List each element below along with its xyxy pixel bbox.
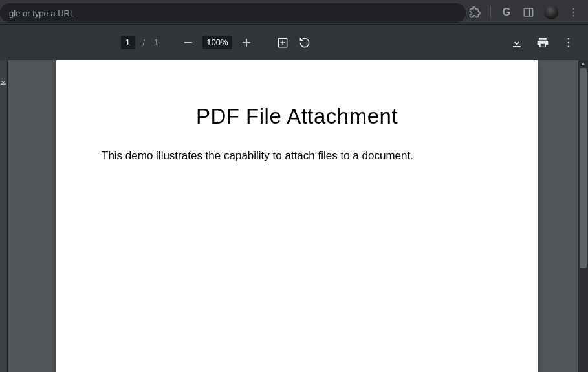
toolbar-center: 1 / 1 100%	[120, 35, 312, 50]
zoom-level[interactable]: 100%	[202, 36, 232, 49]
svg-point-4	[573, 15, 574, 16]
omnibox-placeholder: gle or type a URL	[9, 8, 74, 18]
download-shelf-icon[interactable]	[0, 77, 8, 89]
document-body: This demo illustrates the capability to …	[102, 148, 492, 164]
scrollbar-track[interactable]: ▲	[578, 60, 588, 372]
download-button[interactable]	[509, 35, 525, 50]
zoom-out-button[interactable]	[180, 35, 196, 50]
google-icon[interactable]: G	[500, 6, 513, 19]
omnibox[interactable]: gle or type a URL	[0, 3, 466, 23]
chrome-actions: G	[468, 5, 580, 19]
svg-point-9	[568, 38, 570, 39]
rotate-button[interactable]	[297, 35, 312, 50]
scrollbar-thumb[interactable]	[580, 68, 587, 268]
pdf-stage: PDF File Attachment This demo illustrate…	[0, 60, 588, 372]
scroll-up-arrow[interactable]: ▲	[580, 60, 586, 67]
page-separator: /	[142, 38, 145, 47]
pdf-menu-button[interactable]	[561, 35, 576, 50]
pdf-viewer: 1 / 1 100%	[0, 24, 588, 372]
pdf-toolbar: 1 / 1 100%	[0, 24, 588, 60]
zoom-in-button[interactable]	[239, 35, 254, 50]
fit-to-page-button[interactable]	[275, 35, 290, 50]
sidebar-edge	[0, 60, 8, 372]
browser-menu-icon[interactable]	[567, 6, 580, 19]
svg-rect-5	[184, 42, 192, 43]
svg-point-3	[573, 11, 574, 12]
svg-rect-0	[524, 8, 533, 16]
extensions-icon[interactable]	[468, 6, 481, 19]
page-area[interactable]: PDF File Attachment This demo illustrate…	[8, 60, 578, 372]
svg-point-11	[568, 45, 570, 47]
toolbar-right	[289, 35, 589, 50]
svg-point-2	[573, 8, 574, 9]
svg-point-10	[568, 41, 570, 43]
svg-rect-7	[246, 39, 247, 47]
total-pages: 1	[154, 38, 158, 47]
browser-chrome-bar: gle or type a URL G	[0, 0, 588, 24]
pdf-page: PDF File Attachment This demo illustrate…	[56, 60, 538, 372]
print-button[interactable]	[535, 35, 550, 50]
divider	[490, 6, 491, 18]
current-page-input[interactable]: 1	[120, 36, 135, 49]
document-title: PDF File Attachment	[102, 104, 492, 129]
profile-avatar[interactable]	[544, 5, 558, 19]
side-panel-icon[interactable]	[522, 6, 535, 19]
